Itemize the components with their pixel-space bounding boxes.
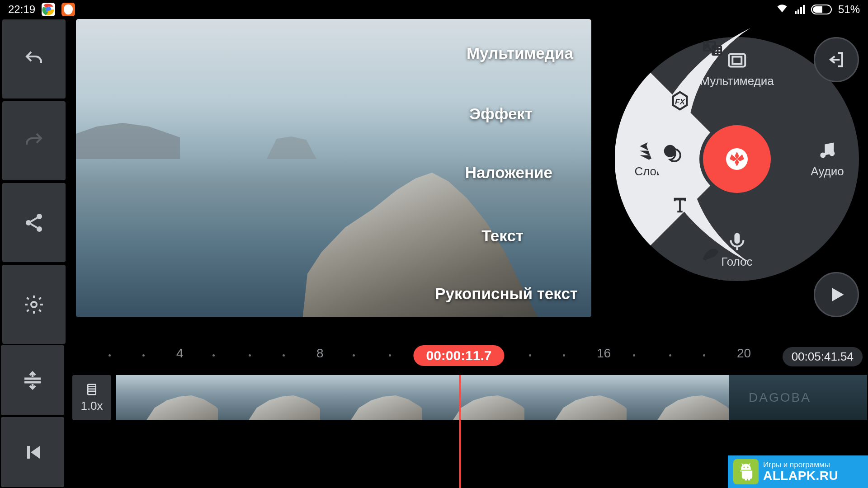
timeline-ruler[interactable]: 4 8 16 20 00:00:11.7 00:05:41.54 [72, 344, 868, 368]
svg-point-2 [37, 214, 42, 219]
android-icon [733, 459, 759, 484]
timeline-clip[interactable] [320, 375, 422, 420]
timeline-clip[interactable] [524, 375, 627, 420]
svg-point-8 [820, 153, 826, 158]
ruler-tick: 20 [737, 346, 751, 361]
play-button[interactable] [814, 272, 859, 317]
battery-icon [811, 5, 832, 14]
signal-icon [795, 5, 805, 14]
left-sidebar [0, 19, 68, 344]
wifi-icon [776, 2, 788, 17]
share-button[interactable] [2, 183, 66, 262]
timeline-clip[interactable] [218, 375, 320, 420]
ruler-tick: 8 [316, 346, 324, 361]
ruler-tick: 16 [597, 346, 611, 361]
svg-point-3 [26, 220, 31, 225]
video-track[interactable]: 1.0x DAGOBA [72, 371, 868, 425]
svg-point-19 [747, 467, 749, 468]
video-preview[interactable]: Мультимедиа Эффект Наложение Текст Рукоп… [76, 19, 591, 317]
svg-point-4 [37, 226, 42, 232]
timeline-jump-start-button[interactable] [1, 417, 64, 487]
playhead-time[interactable]: 00:00:11.7 [413, 345, 504, 366]
timeline-clip[interactable]: DAGOBA [729, 375, 831, 420]
app-icon [61, 3, 75, 16]
watermark-subtitle: Игры и программы [763, 461, 838, 469]
svg-point-9 [829, 151, 835, 156]
record-button[interactable] [703, 125, 771, 193]
wheel-label-right: Аудио [811, 164, 844, 178]
undo-button[interactable] [2, 19, 66, 99]
timeline-clip[interactable] [627, 375, 729, 420]
timeline-expand-button[interactable] [1, 345, 64, 415]
redo-button[interactable] [2, 101, 66, 180]
clock-text: 22:19 [8, 3, 35, 16]
clip-speed-chip[interactable]: 1.0x [72, 375, 111, 420]
watermark-badge: Игры и программы ALLAPK.RU [728, 455, 868, 488]
timeline-clip[interactable] [831, 375, 867, 420]
clip-speed-value: 1.0x [80, 399, 103, 413]
fan-item-handwriting[interactable] [694, 236, 727, 268]
timeline-clip[interactable] [422, 375, 524, 420]
total-duration: 00:05:41.54 [783, 347, 863, 366]
svg-point-18 [743, 467, 745, 468]
battery-percent: 51% [838, 3, 860, 16]
fan-item-text[interactable] [664, 188, 696, 221]
svg-text:FX: FX [675, 97, 686, 106]
timeline-clip[interactable] [116, 375, 218, 420]
fan-item-multimedia[interactable] [696, 33, 729, 65]
chrome-icon [42, 3, 55, 16]
watermark-title: ALLAPK.RU [763, 469, 838, 482]
settings-button[interactable] [2, 265, 66, 344]
playhead-line[interactable] [459, 375, 461, 488]
exit-button[interactable] [814, 37, 859, 82]
fan-item-effect[interactable]: FX [664, 84, 696, 117]
fan-item-overlay[interactable] [656, 136, 688, 169]
ruler-tick: 4 [176, 346, 184, 361]
svg-point-5 [31, 302, 37, 307]
